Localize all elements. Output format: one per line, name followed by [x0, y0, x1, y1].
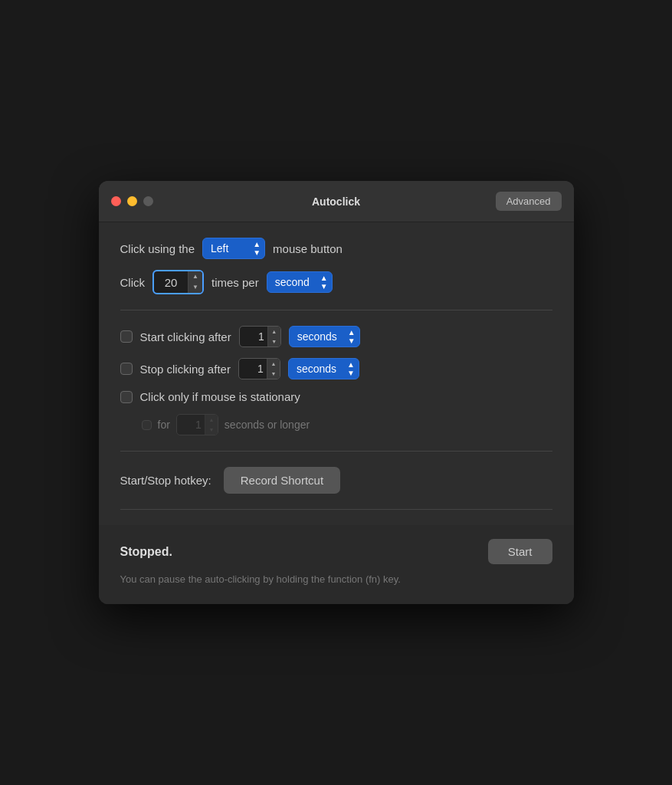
stop-after-unit-wrap: seconds minutes ▲ ▼	[288, 358, 359, 379]
stationary-sub-row: for ▲ ▼ seconds or longer	[120, 414, 552, 435]
status-row: Stopped. Start	[120, 539, 552, 564]
click-settings-section: Click using the Left Right Middle ▲ ▼ mo…	[120, 238, 552, 310]
minimize-button[interactable]	[127, 196, 137, 206]
advanced-button[interactable]: Advanced	[496, 192, 562, 211]
stop-after-row: Stop clicking after ▲ ▼ seconds minutes …	[120, 358, 552, 379]
maximize-button[interactable]	[143, 196, 153, 206]
mouse-button-label: mouse button	[273, 242, 343, 255]
or-longer-label: seconds or longer	[225, 419, 310, 431]
close-button[interactable]	[111, 196, 121, 206]
click-rate-row: Click ▲ ▼ times per second minute ▲	[120, 270, 552, 294]
stop-after-input[interactable]	[239, 363, 267, 375]
stop-after-input-wrap: ▲ ▼	[238, 358, 280, 379]
start-after-label: Start clicking after	[140, 330, 231, 343]
click-using-label: Click using the	[120, 242, 195, 255]
start-after-row: Start clicking after ▲ ▼ seconds minutes…	[120, 326, 552, 347]
stationary-up[interactable]: ▲	[205, 415, 218, 425]
stationary-checkbox[interactable]	[120, 391, 133, 403]
record-shortcut-button[interactable]: Record Shortcut	[224, 467, 340, 494]
click-label: Click	[120, 276, 146, 289]
footer: Stopped. Start You can pause the auto-cl…	[99, 525, 574, 604]
for-label: for	[158, 419, 170, 431]
stationary-down[interactable]: ▼	[205, 425, 218, 435]
times-per-label: times per	[211, 276, 259, 289]
main-content: Click using the Left Right Middle ▲ ▼ mo…	[99, 222, 574, 525]
click-count-up[interactable]: ▲	[188, 271, 202, 282]
stop-after-down[interactable]: ▼	[267, 369, 280, 379]
click-count-input-wrap: ▲ ▼	[152, 270, 204, 294]
stationary-sub-checkbox[interactable]	[142, 420, 152, 430]
titlebar: Autoclick Advanced	[99, 181, 574, 222]
hotkey-row: Start/Stop hotkey: Record Shortcut	[120, 452, 552, 510]
stop-after-stepper: ▲ ▼	[267, 359, 280, 379]
rate-select[interactable]: second minute	[267, 271, 333, 293]
mouse-button-select[interactable]: Left Right Middle	[202, 238, 265, 259]
mouse-button-row: Click using the Left Right Middle ▲ ▼ mo…	[120, 238, 552, 259]
start-after-down[interactable]: ▼	[268, 337, 280, 347]
stationary-value-input[interactable]	[177, 419, 205, 431]
rate-select-wrap: second minute ▲ ▼	[267, 271, 333, 293]
mouse-button-select-wrap: Left Right Middle ▲ ▼	[202, 238, 265, 259]
stop-after-label: Stop clicking after	[140, 363, 231, 376]
start-after-input[interactable]	[240, 330, 267, 343]
hint-text: You can pause the auto-clicking by holdi…	[120, 572, 552, 587]
timing-section: Start clicking after ▲ ▼ seconds minutes…	[120, 310, 552, 452]
start-after-unit-wrap: seconds minutes ▲ ▼	[289, 326, 360, 347]
stationary-value-wrap: ▲ ▼	[176, 414, 218, 435]
start-after-input-wrap: ▲ ▼	[239, 326, 281, 347]
click-count-down[interactable]: ▼	[188, 282, 202, 293]
start-after-stepper: ▲ ▼	[267, 327, 280, 347]
click-count-input[interactable]	[154, 276, 188, 289]
stationary-row: Click only if mouse is stationary	[120, 390, 552, 403]
stationary-label: Click only if mouse is stationary	[140, 390, 300, 403]
status-text: Stopped.	[120, 545, 172, 559]
start-after-checkbox[interactable]	[120, 330, 133, 343]
start-after-up[interactable]: ▲	[268, 327, 280, 337]
stop-after-up[interactable]: ▲	[267, 359, 280, 369]
autoclick-window: Autoclick Advanced Click using the Left …	[99, 181, 574, 604]
stationary-stepper: ▲ ▼	[205, 415, 218, 435]
window-title: Autoclick	[312, 195, 360, 208]
stop-after-unit-select[interactable]: seconds minutes	[288, 358, 359, 379]
start-after-unit-select[interactable]: seconds minutes	[289, 326, 360, 347]
stop-after-checkbox[interactable]	[120, 363, 133, 375]
click-count-stepper: ▲ ▼	[188, 271, 202, 293]
start-button[interactable]: Start	[488, 539, 552, 564]
traffic-lights	[111, 196, 153, 206]
hotkey-label: Start/Stop hotkey:	[120, 474, 211, 487]
